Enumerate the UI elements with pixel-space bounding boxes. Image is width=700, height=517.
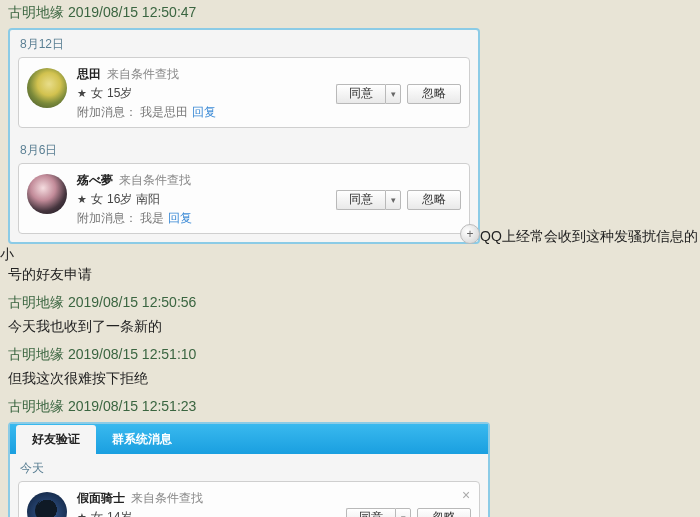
request-username[interactable]: 假面骑士 [77, 490, 125, 507]
ignore-button[interactable]: 忽略 [417, 508, 471, 518]
tab-group-messages[interactable]: 群系统消息 [96, 425, 188, 454]
request-age: 15岁 [107, 85, 132, 102]
chat-header: 古明地缘 2019/08/15 12:50:47 [0, 0, 700, 26]
chat-header: 古明地缘 2019/08/15 12:50:56 [0, 290, 700, 316]
avatar[interactable] [27, 68, 67, 108]
request-gender: 女 [91, 509, 103, 517]
star-icon: ★ [77, 511, 87, 517]
avatar[interactable] [27, 492, 67, 517]
avatar[interactable] [27, 174, 67, 214]
chat-time: 2019/08/15 12:50:56 [68, 294, 196, 310]
msg-label: 附加消息： [77, 105, 137, 119]
request-username[interactable]: 殇べ夢 [77, 172, 113, 189]
agree-button-label[interactable]: 同意 [336, 84, 385, 104]
agree-button-label[interactable]: 同意 [336, 190, 385, 210]
request-gender: 女 [91, 85, 103, 102]
msg-label: 附加消息： [77, 211, 137, 225]
agree-dropdown-icon[interactable]: ▾ [385, 190, 401, 210]
ignore-button[interactable]: 忽略 [407, 190, 461, 210]
request-date: 8月6日 [10, 136, 478, 163]
friend-request-panel: 8月12日 思田 来自条件查找 ★ 女 15岁 附加消息： 我是思田 回复 [8, 28, 480, 244]
star-icon: ★ [77, 87, 87, 100]
chat-body-text: 但我这次很难按下拒绝 [0, 368, 700, 394]
request-date: 8月12日 [10, 30, 478, 57]
agree-button[interactable]: 同意 ▾ [336, 190, 401, 210]
chat-body-text: 今天我也收到了一条新的 [0, 316, 700, 342]
agree-button-label[interactable]: 同意 [346, 508, 395, 518]
request-actions: 同意 ▾ 忽略 [336, 84, 461, 104]
star-icon: ★ [77, 193, 87, 206]
request-date: 今天 [10, 454, 488, 481]
chat-user: 古明地缘 [8, 398, 64, 414]
chat-header: 古明地缘 2019/08/15 12:51:23 [0, 394, 700, 420]
tab-bar: 好友验证 群系统消息 [10, 424, 488, 454]
reply-link[interactable]: 回复 [192, 105, 216, 119]
friend-request-card: 思田 来自条件查找 ★ 女 15岁 附加消息： 我是思田 回复 同意 [18, 57, 470, 128]
chat-user: 古明地缘 [8, 294, 64, 310]
verification-panel: 好友验证 群系统消息 今天 × 假面骑士 来自条件查找 ★ 女 14岁 附加消息… [8, 422, 490, 517]
request-gender: 女 [91, 191, 103, 208]
msg-text: 我是思田 [140, 105, 188, 119]
chat-user: 古明地缘 [8, 4, 64, 20]
agree-button[interactable]: 同意 ▾ [346, 508, 411, 518]
request-actions: 同意 ▾ 忽略 [336, 190, 461, 210]
friend-request-card: 殇べ夢 来自条件查找 ★ 女 16岁 南阳 附加消息： 我是 回复 [18, 163, 470, 234]
request-source: 来自条件查找 [119, 172, 191, 189]
friend-request-card: × 假面骑士 来自条件查找 ★ 女 14岁 附加消息： 我是假面骑士 回复 [18, 481, 480, 517]
request-info: 思田 来自条件查找 ★ 女 15岁 附加消息： 我是思田 回复 [77, 66, 326, 121]
chat-body-text: 号的好友申请 [0, 264, 700, 290]
request-location: 南阳 [136, 191, 160, 208]
request-info: 假面骑士 来自条件查找 ★ 女 14岁 附加消息： 我是假面骑士 回复 [77, 490, 336, 517]
chat-time: 2019/08/15 12:51:23 [68, 398, 196, 414]
agree-button[interactable]: 同意 ▾ [336, 84, 401, 104]
agree-dropdown-icon[interactable]: ▾ [395, 508, 411, 518]
request-age: 16岁 [107, 191, 132, 208]
request-source: 来自条件查找 [107, 66, 179, 83]
expand-icon[interactable]: + [460, 224, 480, 244]
request-info: 殇べ夢 来自条件查找 ★ 女 16岁 南阳 附加消息： 我是 回复 [77, 172, 326, 227]
chat-time: 2019/08/15 12:50:47 [68, 4, 196, 20]
tab-friend-verify[interactable]: 好友验证 [16, 425, 96, 454]
msg-text: 我是 [140, 211, 164, 225]
close-icon[interactable]: × [459, 488, 473, 502]
chat-user: 古明地缘 [8, 346, 64, 362]
request-age: 14岁 [107, 509, 132, 517]
agree-dropdown-icon[interactable]: ▾ [385, 84, 401, 104]
request-source: 来自条件查找 [131, 490, 203, 507]
request-username[interactable]: 思田 [77, 66, 101, 83]
chat-time: 2019/08/15 12:51:10 [68, 346, 196, 362]
reply-link[interactable]: 回复 [168, 211, 192, 225]
chat-header: 古明地缘 2019/08/15 12:51:10 [0, 342, 700, 368]
ignore-button[interactable]: 忽略 [407, 84, 461, 104]
request-actions: 同意 ▾ 忽略 [346, 508, 471, 518]
